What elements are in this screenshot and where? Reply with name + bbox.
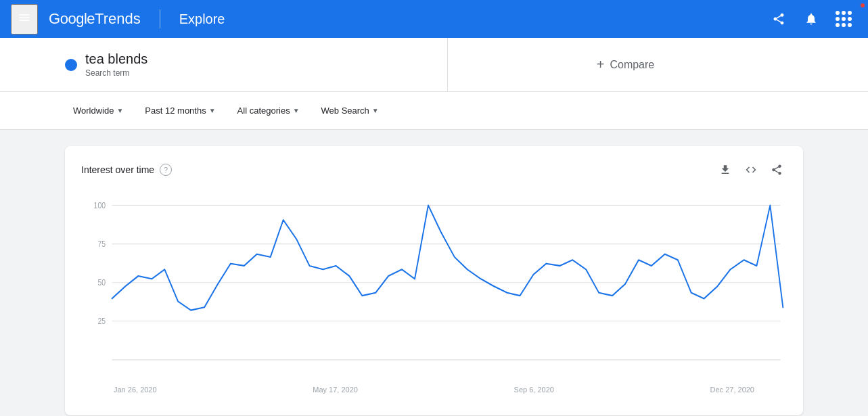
x-label-sep: Sep 6, 2020	[514, 386, 554, 394]
search-type-chevron: ▼	[372, 107, 379, 114]
logo-google-text: Google	[49, 10, 95, 28]
logo-trends-text: Trends	[95, 10, 141, 28]
chart-actions	[715, 160, 787, 180]
chart-header: Interest over time ?	[81, 160, 787, 180]
nine-dot-grid	[836, 11, 852, 27]
interest-over-time-card: Interest over time ?	[65, 146, 803, 415]
main-content: Interest over time ?	[0, 130, 868, 416]
time-range-label: Past 12 months	[145, 106, 206, 116]
page-title: Explore	[179, 11, 225, 27]
apps-button[interactable]	[830, 5, 857, 32]
svg-text:100: 100	[94, 201, 106, 210]
worldwide-chevron: ▼	[116, 107, 123, 114]
search-area: tea blends Search term + Compare	[0, 38, 868, 92]
svg-text:25: 25	[97, 317, 106, 325]
chart-title-area: Interest over time ?	[81, 164, 172, 176]
categories-filter[interactable]: All categories ▼	[229, 101, 308, 120]
svg-text:50: 50	[97, 278, 106, 287]
help-icon[interactable]: ?	[160, 164, 172, 176]
worldwide-label: Worldwide	[73, 106, 114, 116]
search-type-label: Web Search	[321, 106, 369, 116]
compare-label: Compare	[610, 59, 654, 71]
x-label-dec: Dec 27, 2020	[710, 386, 754, 394]
svg-text:75: 75	[97, 239, 106, 248]
categories-label: All categories	[237, 106, 290, 116]
time-chevron: ▼	[209, 107, 216, 114]
share-button[interactable]	[765, 5, 792, 32]
x-axis-labels: Jan 26, 2020 May 17, 2020 Sep 6, 2020 De…	[81, 380, 787, 394]
embed-button[interactable]	[741, 160, 761, 180]
compare-section[interactable]: + Compare	[448, 38, 803, 91]
time-range-filter[interactable]: Past 12 months ▼	[137, 101, 223, 120]
categories-chevron: ▼	[293, 107, 300, 114]
trend-chart: 100 75 50 25	[81, 191, 787, 380]
app-header: Google Trends Explore	[0, 0, 868, 38]
worldwide-filter[interactable]: Worldwide ▼	[65, 101, 131, 120]
header-actions	[765, 5, 857, 32]
search-term-section: tea blends Search term	[65, 38, 448, 91]
chart-area: 100 75 50 25 Jan 26, 2020 May 17, 2020 S…	[81, 191, 787, 394]
notifications-button[interactable]	[798, 5, 825, 32]
search-type-filter[interactable]: Web Search ▼	[313, 101, 387, 120]
chart-title: Interest over time	[81, 164, 154, 175]
x-label-may: May 17, 2020	[313, 386, 358, 394]
search-term-name[interactable]: tea blends	[85, 51, 147, 67]
download-button[interactable]	[715, 160, 735, 180]
compare-plus-icon: +	[597, 57, 605, 72]
header-divider	[160, 9, 160, 28]
search-term-type: Search term	[85, 68, 147, 78]
chart-share-button[interactable]	[767, 160, 787, 180]
filter-bar: Worldwide ▼ Past 12 months ▼ All categor…	[0, 92, 868, 130]
term-color-indicator	[65, 59, 77, 71]
x-label-jan: Jan 26, 2020	[114, 386, 157, 394]
app-logo: Google Trends	[49, 10, 141, 28]
menu-button[interactable]	[11, 4, 38, 34]
term-info: tea blends Search term	[85, 51, 147, 78]
